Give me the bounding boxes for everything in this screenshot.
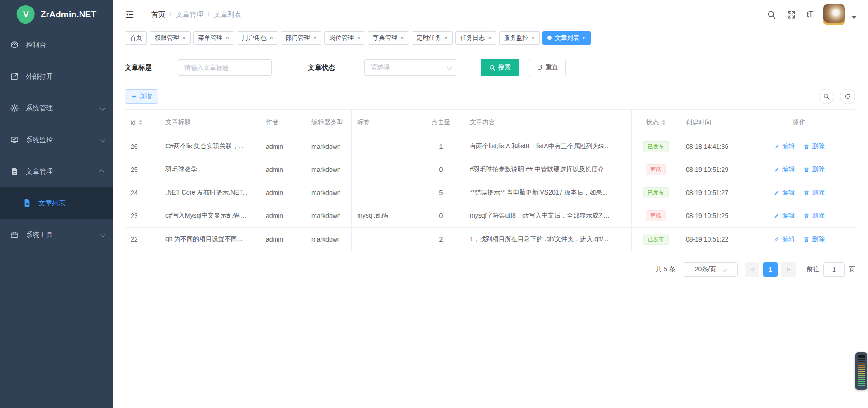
sidebar-item-4[interactable]: 文章管理 (0, 156, 113, 187)
tab-5[interactable]: 岗位管理× (324, 31, 365, 45)
cell-status: 已发布 (632, 181, 680, 204)
sidebar-item-3[interactable]: 系统监控 (0, 124, 113, 156)
breadcrumb-separator: / (170, 11, 171, 19)
cell-status: 已发布 (632, 135, 680, 158)
tab-close-icon[interactable]: × (226, 35, 230, 41)
user-avatar[interactable] (823, 4, 845, 25)
column-header-id[interactable]: id (125, 110, 160, 135)
delete-link[interactable]: 删除 (803, 235, 825, 243)
status-badge: 已发布 (643, 234, 669, 245)
goto-page-input[interactable] (823, 262, 845, 277)
cell-created: 08-19 10:51:27 (680, 181, 743, 204)
tab-6[interactable]: 字典管理× (368, 31, 409, 45)
status-filter-select[interactable]: 请选择 (364, 59, 457, 76)
search-button-label: 搜索 (498, 63, 511, 71)
cell-tags (352, 135, 418, 158)
tab-close-icon[interactable]: × (532, 35, 535, 41)
tab-4[interactable]: 部门管理× (281, 31, 322, 45)
title-filter-label: 文章标题 (125, 63, 152, 72)
tab-3[interactable]: 用户角色× (237, 31, 278, 45)
edit-link[interactable]: 编辑 (774, 189, 795, 197)
table-refresh-button[interactable] (840, 89, 855, 104)
tab-label: 服务监控 (504, 34, 528, 42)
search-icon[interactable] (767, 10, 776, 19)
delete-link[interactable]: 删除 (803, 212, 825, 220)
tab-1[interactable]: 权限管理× (150, 31, 191, 45)
cell-id: 22 (125, 228, 160, 251)
column-header-clicks: 点击量 (418, 110, 464, 135)
title-filter-input[interactable] (178, 59, 272, 76)
tab-close-icon[interactable]: × (269, 35, 273, 41)
breadcrumb-item-0[interactable]: 首页 (151, 10, 165, 19)
table-row-1: 25羽毛球教学adminmarkdown0#羽毛球拍参数说明 ## 中管软硬选择… (125, 158, 855, 181)
column-label: 文章内容 (470, 119, 495, 127)
fullscreen-icon[interactable] (787, 10, 796, 19)
search-button[interactable]: 搜索 (481, 59, 519, 76)
tab-label: 任务日志 (460, 34, 485, 42)
column-header-status[interactable]: 状态 (632, 110, 680, 135)
sidebar-item-1[interactable]: 外部打开 (0, 61, 113, 92)
select-placeholder: 请选择 (371, 63, 390, 71)
table-toolbar: 新增 (125, 89, 855, 104)
tab-label: 字典管理 (373, 34, 397, 42)
cell-id: 23 (125, 204, 160, 227)
prev-page-button[interactable]: < (745, 262, 760, 277)
add-button[interactable]: 新增 (125, 89, 158, 104)
tab-close-icon[interactable]: × (488, 35, 491, 41)
cell-clicks: 5 (418, 181, 464, 204)
tab-close-icon[interactable]: × (357, 35, 360, 41)
cell-id: 24 (125, 181, 160, 204)
tab-close-icon[interactable]: × (401, 35, 404, 41)
sidebar-item-6[interactable]: 系统工具 (0, 219, 113, 251)
sidebar-item-5[interactable]: 文章列表 (0, 187, 113, 219)
cell-title: c#写入Mysql中文显示乱码 ... (160, 204, 260, 227)
delete-link[interactable]: 删除 (803, 142, 825, 151)
status-badge: 已发布 (643, 141, 669, 152)
sidebar-fold-icon[interactable] (125, 9, 135, 19)
dashboard-icon (10, 40, 19, 49)
reset-button[interactable]: 重置 (529, 59, 566, 76)
column-label: 点击量 (432, 119, 451, 127)
sort-icon[interactable] (662, 120, 665, 125)
sidebar-item-2[interactable]: 系统管理 (0, 92, 113, 124)
tab-9[interactable]: 服务监控× (499, 31, 540, 45)
table-search-toggle-button[interactable] (819, 89, 834, 104)
cell-author: admin (260, 135, 306, 158)
delete-link[interactable]: 删除 (803, 189, 825, 197)
app-logo[interactable]: V ZrAdmin.NET (0, 0, 113, 29)
edit-link[interactable]: 编辑 (774, 142, 795, 151)
next-page-button[interactable]: > (781, 262, 796, 277)
pencil-icon (774, 236, 780, 242)
tab-close-icon[interactable]: × (182, 35, 186, 41)
edit-link[interactable]: 编辑 (774, 235, 795, 243)
edit-link[interactable]: 编辑 (774, 212, 795, 220)
page-number-button[interactable]: 1 (763, 262, 778, 277)
tab-10[interactable]: 文章列表× (542, 31, 591, 45)
cell-author: admin (260, 181, 306, 204)
table-row-2: 24.NET Core 发布时提示.NET...adminmarkdown5**… (125, 181, 855, 204)
cell-status: 草稿 (632, 158, 680, 181)
edit-label: 编辑 (782, 142, 795, 151)
tab-close-icon[interactable]: × (444, 35, 448, 41)
chevron-down-icon[interactable] (852, 16, 856, 19)
edit-link[interactable]: 编辑 (774, 166, 795, 174)
cell-title: git 为不同的项目设置不同... (160, 228, 260, 251)
tab-7[interactable]: 定时任务× (412, 31, 453, 45)
delete-label: 删除 (812, 235, 825, 243)
tab-2[interactable]: 菜单管理× (193, 31, 235, 45)
sort-icon[interactable] (139, 120, 142, 125)
column-label: 状态 (646, 119, 659, 127)
tab-close-icon[interactable]: × (313, 35, 317, 41)
delete-link[interactable]: 删除 (803, 166, 825, 174)
cell-created: 08-18 14:41:36 (680, 135, 743, 158)
tab-8[interactable]: 任务日志× (455, 31, 496, 45)
floating-meter-widget[interactable] (855, 352, 867, 390)
page-size-select[interactable]: 20条/页 (683, 262, 738, 277)
tab-0[interactable]: 首页 (125, 31, 147, 45)
table-body: 26C#两个list集合实现关联，...adminmarkdown1有两个lis… (125, 135, 855, 251)
tab-close-icon[interactable]: × (582, 35, 586, 41)
cell-created: 08-19 10:51:25 (680, 204, 743, 227)
tab-label: 岗位管理 (329, 34, 354, 42)
sidebar-item-0[interactable]: 控制台 (0, 29, 113, 61)
font-size-icon[interactable]: tT (807, 10, 813, 19)
